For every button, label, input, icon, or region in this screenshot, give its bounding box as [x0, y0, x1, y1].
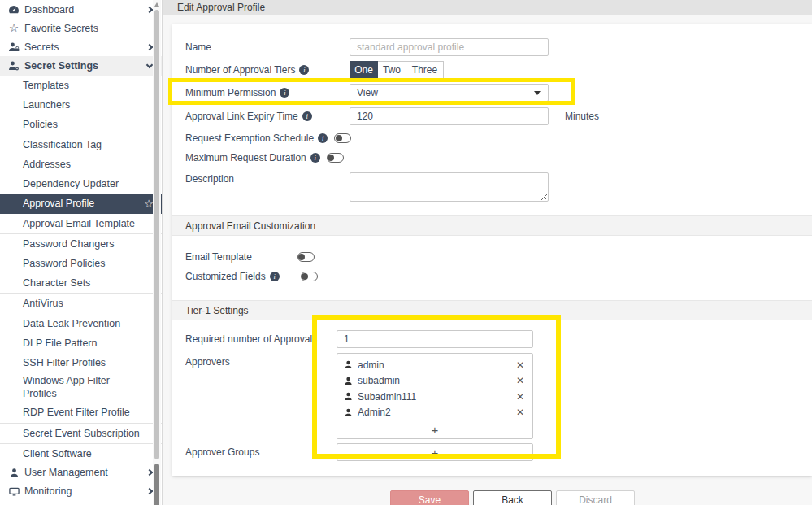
sidebar-item-approval-profile[interactable]: Approval Profile ☆ — [0, 194, 162, 214]
save-button[interactable]: Save — [390, 490, 469, 505]
info-icon[interactable]: i — [302, 111, 312, 121]
chevron-down-icon — [146, 61, 153, 67]
info-icon[interactable]: i — [299, 65, 309, 75]
person-icon — [344, 392, 353, 401]
approval-tiers-row: Number of Approval Tiers i One Two Three — [172, 59, 812, 81]
description-textarea[interactable] — [350, 172, 549, 202]
approver-name: subadmin — [358, 375, 516, 386]
name-row: Name — [172, 36, 812, 59]
sidebar-item-addresses[interactable]: Addresses — [0, 155, 162, 174]
info-icon[interactable]: i — [318, 133, 328, 143]
approver-item: Admin2 ✕ — [337, 405, 532, 421]
scrollbar-thumb-dark[interactable] — [154, 464, 159, 505]
person-icon — [344, 360, 353, 369]
max-duration-row: Maximum Request Duration i — [172, 148, 812, 168]
chevron-right-icon — [146, 469, 153, 476]
approvers-list-box: admin ✕ subadmin ✕ Subadmin111 ✕ — [337, 353, 533, 439]
sidebar-item-ssh-filter-profiles[interactable]: SSH Filter Profiles — [0, 353, 162, 372]
remove-approver-icon[interactable]: ✕ — [516, 376, 524, 385]
sidebar-item-policies[interactable]: Policies — [0, 115, 162, 134]
max-duration-toggle[interactable] — [327, 153, 344, 163]
page-title: Edit Approval Profile — [177, 2, 265, 13]
name-label: Name — [185, 41, 350, 53]
user-gear-icon — [7, 60, 21, 72]
sidebar-item-secret-settings[interactable]: Secret Settings — [0, 56, 162, 76]
form-footer: Save Back Discard — [163, 490, 812, 505]
sidebar-item-favorite-secrets[interactable]: ☆ Favorite Secrets — [0, 19, 162, 37]
approver-groups-label: Approver Groups — [185, 446, 337, 458]
email-template-toggle[interactable] — [297, 252, 315, 262]
info-icon[interactable]: i — [280, 88, 289, 98]
sidebar-item-dashboard[interactable]: Dashboard — [0, 0, 162, 19]
sidebar-item-dependency-updater[interactable]: Dependency Updater — [0, 174, 162, 194]
discard-button[interactable]: Discard — [556, 490, 635, 505]
remove-approver-icon[interactable]: ✕ — [516, 407, 524, 417]
person-icon — [344, 377, 353, 385]
tier-option-three[interactable]: Three — [406, 61, 444, 79]
request-exemption-toggle[interactable] — [334, 133, 351, 143]
toggle-knob — [336, 135, 342, 141]
sidebar-item-launchers[interactable]: Launchers — [0, 95, 162, 115]
description-label: Description — [185, 173, 350, 185]
add-approver-group-button[interactable]: + — [337, 443, 533, 461]
sidebar-item-templates[interactable]: Templates — [0, 76, 162, 95]
back-button[interactable]: Back — [473, 490, 552, 505]
user-icon — [7, 468, 21, 478]
sidebar-nav-list: Dashboard ☆ Favorite Secrets Secrets Sec… — [0, 0, 162, 501]
toggle-knob — [302, 273, 308, 280]
toggle-knob — [298, 254, 305, 260]
sidebar-item-password-policies[interactable]: Password Policies — [0, 254, 162, 273]
required-approvals-label: Required number of Approvals — [185, 333, 337, 345]
user-lock-icon — [7, 41, 21, 53]
link-expiry-input[interactable] — [350, 107, 549, 125]
link-expiry-row: Approval Link Expiry Time i Minutes — [172, 104, 812, 128]
customized-fields-toggle[interactable] — [301, 272, 318, 281]
minimum-permission-row: Minimum Permission i View — [172, 81, 812, 104]
email-template-label: Email Template — [185, 251, 252, 263]
tier1-settings-section-header: Tier-1 Settings — [172, 300, 812, 320]
tier-option-one[interactable]: One — [350, 61, 378, 79]
approval-profile-form-card: Name Number of Approval Tiers i One Two … — [172, 24, 812, 476]
info-icon[interactable]: i — [310, 153, 320, 163]
sidebar-item-character-sets[interactable]: Character Sets — [0, 273, 162, 293]
sidebar-item-data-leak-prevention[interactable]: Data Leak Prevention — [0, 314, 162, 333]
approver-name: Subadmin111 — [358, 391, 516, 403]
sidebar-item-user-management[interactable]: User Management — [0, 464, 162, 482]
selected-permission-value: View — [357, 87, 378, 98]
sidebar-item-password-changers[interactable]: Password Changers — [0, 234, 162, 254]
email-customization-section-header: Approval Email Customization — [172, 215, 812, 236]
link-expiry-label: Approval Link Expiry Time i — [185, 111, 350, 122]
request-exemption-label: Request Exemption Schedule i — [185, 133, 328, 144]
required-approvals-input[interactable] — [337, 330, 533, 348]
sidebar-item-antivirus[interactable]: AntiVirus — [0, 294, 162, 313]
minimum-permission-label: Minimum Permission i — [185, 87, 350, 98]
minimum-permission-select[interactable]: View — [350, 84, 549, 102]
remove-approver-icon[interactable]: ✕ — [516, 360, 524, 370]
sidebar: Dashboard ☆ Favorite Secrets Secrets Sec… — [0, 0, 163, 505]
sidebar-item-windows-app-filter-profiles[interactable]: Windows App Filter Profiles — [0, 372, 162, 403]
sidebar-item-client-software[interactable]: Client Software — [0, 444, 162, 464]
sidebar-item-rdp-event-filter-profile[interactable]: RDP Event Filter Profile — [0, 403, 162, 422]
info-icon[interactable]: i — [270, 272, 280, 281]
approver-name: admin — [358, 359, 516, 371]
sidebar-item-label: Monitoring — [24, 485, 147, 497]
sidebar-item-approval-email-template[interactable]: Approval Email Template — [0, 214, 162, 233]
name-input[interactable] — [350, 38, 549, 56]
tier-option-two[interactable]: Two — [378, 61, 406, 79]
sidebar-item-classification-tag[interactable]: Classification Tag — [0, 135, 162, 155]
section-title: Approval Email Customization — [185, 220, 315, 232]
scrollbar-up-arrow-icon[interactable] — [154, 2, 159, 7]
remove-approver-icon[interactable]: ✕ — [516, 392, 524, 402]
sidebar-item-dlp-file-pattern[interactable]: DLP File Pattern — [0, 333, 162, 353]
dashboard-icon — [7, 4, 21, 15]
sidebar-item-label: Favorite Secrets — [24, 23, 154, 34]
sidebar-item-secrets[interactable]: Secrets — [0, 37, 162, 56]
approvers-row: Approvers admin ✕ subadmin ✕ Subadmin — [172, 353, 812, 439]
add-approver-button[interactable]: + — [337, 420, 532, 438]
sidebar-item-monitoring[interactable]: Monitoring — [0, 482, 162, 501]
section-title: Tier-1 Settings — [185, 305, 249, 316]
scrollbar-thumb[interactable] — [154, 10, 159, 459]
sidebar-scrollbar[interactable] — [153, 0, 161, 505]
customized-fields-label: Customized Fields i — [185, 271, 280, 282]
sidebar-item-secret-event-subscription[interactable]: Secret Event Subscription — [0, 424, 162, 443]
